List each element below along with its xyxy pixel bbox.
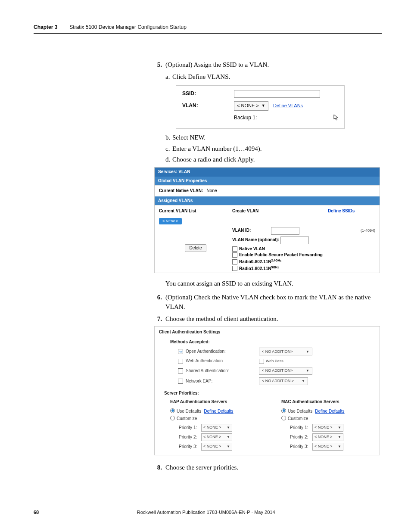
vlan-select[interactable]: < NONE > ▼ bbox=[234, 101, 268, 111]
customize-label: Customize bbox=[177, 416, 197, 421]
eap-priority2-select[interactable]: < NONE >▼ bbox=[201, 433, 232, 441]
current-native-vlan-value: None bbox=[207, 188, 217, 193]
web-pass-checkbox[interactable] bbox=[259, 359, 264, 364]
eap-customize-radio[interactable] bbox=[170, 416, 175, 420]
web-auth-label: Web Authentication bbox=[186, 358, 259, 364]
open-auth-select[interactable]: < NO ADDITION>▼ bbox=[259, 348, 312, 355]
chevron-down-icon: ▼ bbox=[262, 103, 265, 109]
chevron-down-icon: ▼ bbox=[306, 368, 309, 373]
vlan-label: VLAN: bbox=[182, 102, 234, 109]
vlan-name-input[interactable] bbox=[280, 236, 309, 244]
use-defaults-label: Use Defaults bbox=[288, 409, 312, 414]
server-priorities-header: Server Priorities: bbox=[164, 390, 375, 397]
epspf-label: Enable Public Secure Packet Forwarding bbox=[239, 252, 323, 258]
step-number: 7. bbox=[154, 314, 162, 324]
step-5: 5. (Optional) Assign the SSID to a VLAN. bbox=[154, 60, 382, 70]
vlan-id-input[interactable] bbox=[271, 227, 299, 235]
step-8: 8. Choose the server priorities. bbox=[154, 463, 382, 473]
vlan-select-value: < NONE > bbox=[237, 103, 259, 109]
chevron-down-icon: ▼ bbox=[227, 425, 230, 430]
network-eap-label: Network EAP: bbox=[186, 378, 259, 385]
eap-use-defaults-radio[interactable] bbox=[170, 408, 175, 413]
mac-priority2-select[interactable]: < NONE >▼ bbox=[312, 433, 343, 441]
ssid-label: SSID: bbox=[182, 90, 234, 97]
web-auth-checkbox[interactable] bbox=[178, 359, 183, 364]
new-button[interactable]: < NEW > bbox=[159, 218, 182, 224]
native-vlan-checkbox[interactable] bbox=[232, 246, 237, 252]
priority3-label: Priority 3: bbox=[290, 444, 312, 450]
chevron-down-icon: ▼ bbox=[227, 444, 230, 449]
create-vlan-header: Create VLAN bbox=[232, 208, 328, 215]
note-text: You cannot assign an SSID to an existing… bbox=[165, 279, 382, 289]
substep-text: Choose a radio and click Apply. bbox=[172, 156, 255, 163]
radio1-label: Radio1-802.11N5GHz bbox=[239, 265, 279, 272]
radio0-checkbox[interactable] bbox=[232, 259, 237, 264]
chevron-down-icon: ▼ bbox=[338, 435, 341, 440]
network-eap-select[interactable]: < NO ADDITION >▼ bbox=[259, 377, 308, 385]
mac-priority1-select[interactable]: < NONE >▼ bbox=[312, 424, 343, 432]
step-6: 6. (Optional) Check the Native VLAN chec… bbox=[154, 293, 382, 312]
mac-define-defaults-link[interactable]: Define Defaults bbox=[315, 409, 344, 414]
step-5a: a.Click Define VLANS. bbox=[165, 72, 382, 82]
ssid-input[interactable] bbox=[234, 90, 320, 98]
screenshot-ssid-vlan: SSID: VLAN: < NONE > ▼ Define VLANs Back… bbox=[176, 85, 345, 129]
eap-define-defaults-link[interactable]: Define Defaults bbox=[204, 409, 233, 414]
open-auth-label: Open Authentication: bbox=[186, 348, 259, 355]
native-vlan-label: Native VLAN bbox=[239, 246, 265, 252]
shared-auth-label: Shared Authentication: bbox=[186, 368, 259, 374]
step-text: (Optional) Check the Native VLAN check b… bbox=[165, 293, 382, 312]
current-native-vlan-label: Current Native VLAN: bbox=[159, 188, 203, 193]
mac-column: MAC Authentication Servers Use DefaultsD… bbox=[281, 399, 375, 451]
priority1-label: Priority 1: bbox=[179, 425, 201, 431]
substep-text: Click Define VLANS. bbox=[172, 73, 230, 80]
delete-button[interactable]: Delete bbox=[185, 244, 207, 252]
chevron-down-icon: ▼ bbox=[227, 435, 230, 440]
priority2-label: Priority 2: bbox=[290, 434, 312, 441]
vlan-id-label: VLAN ID: bbox=[159, 227, 271, 234]
chevron-down-icon: ▼ bbox=[306, 349, 309, 355]
methods-accepted-header: Methods Accepted: bbox=[170, 339, 375, 345]
radio0-label: Radio0-802.11N2.4GHz bbox=[239, 258, 281, 265]
customize-label: Customize bbox=[288, 416, 308, 421]
step-text: Choose the method of client authenticati… bbox=[165, 314, 278, 324]
chevron-down-icon: ▼ bbox=[302, 379, 305, 384]
radio1-checkbox[interactable] bbox=[232, 266, 237, 271]
panel-title: Services: VLAN bbox=[155, 168, 380, 177]
page-number: 68 bbox=[34, 510, 39, 515]
chevron-down-icon: ▼ bbox=[338, 444, 341, 449]
chapter-title: Stratix 5100 Device Manager Configuratio… bbox=[69, 24, 186, 30]
mac-use-defaults-radio[interactable] bbox=[281, 408, 286, 413]
mac-servers-header: MAC Authentication Servers bbox=[281, 399, 375, 405]
step-5b: b.Select NEW. bbox=[165, 133, 382, 143]
page-header: Chapter 3 Stratix 5100 Device Manager Co… bbox=[34, 24, 382, 34]
eap-priority3-select[interactable]: < NONE >▼ bbox=[201, 443, 232, 451]
step-number: 8. bbox=[154, 463, 162, 473]
shared-auth-select[interactable]: < NO ADDITION>▼ bbox=[259, 367, 312, 375]
chapter-label: Chapter 3 bbox=[34, 24, 57, 30]
priority3-label: Priority 3: bbox=[179, 444, 201, 450]
network-eap-checkbox[interactable] bbox=[178, 379, 183, 384]
eap-priority1-select[interactable]: < NONE >▼ bbox=[201, 424, 232, 432]
epspf-checkbox[interactable] bbox=[232, 252, 237, 258]
use-defaults-label: Use Defaults bbox=[177, 409, 201, 414]
screenshot-client-auth: Client Authentication Settings Methods A… bbox=[154, 326, 380, 455]
mac-customize-radio[interactable] bbox=[281, 416, 286, 420]
client-auth-title: Client Authentication Settings bbox=[159, 329, 375, 336]
screenshot-services-vlan: Services: VLAN Global VLAN Properties Cu… bbox=[154, 167, 380, 273]
priority2-label: Priority 2: bbox=[179, 434, 201, 441]
step-text: Choose the server priorities. bbox=[165, 463, 238, 473]
backup-label: Backup 1: bbox=[234, 114, 315, 121]
eap-servers-header: EAP Authentication Servers bbox=[170, 399, 264, 405]
vlan-name-label: VLAN Name (optional): bbox=[232, 237, 279, 243]
step-number: 5. bbox=[154, 60, 162, 70]
define-ssids-link[interactable]: Define SSIDs bbox=[328, 208, 355, 213]
eap-column: EAP Authentication Servers Use DefaultsD… bbox=[170, 399, 264, 451]
define-vlans-link[interactable]: Define VLANs bbox=[273, 103, 303, 108]
open-auth-checkbox[interactable] bbox=[178, 349, 183, 354]
step-text: (Optional) Assign the SSID to a VLAN. bbox=[165, 60, 269, 70]
shared-auth-checkbox[interactable] bbox=[178, 368, 183, 373]
mac-priority3-select[interactable]: < NONE >▼ bbox=[312, 443, 343, 451]
step-7: 7. Choose the method of client authentic… bbox=[154, 314, 382, 324]
chevron-down-icon: ▼ bbox=[338, 425, 341, 430]
page-footer: 68 Rockwell Automation Publication 1783-… bbox=[0, 510, 411, 515]
